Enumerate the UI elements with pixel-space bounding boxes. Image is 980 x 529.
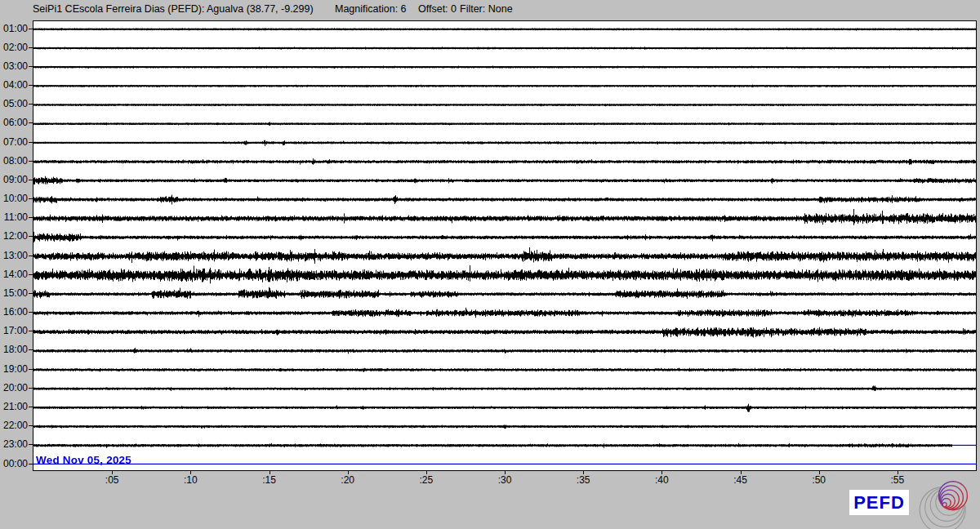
station-location: Agualva (38.77, -9.299) <box>207 3 314 15</box>
minute-label: :45 <box>728 475 753 485</box>
hour-label: 18:00 <box>0 345 28 354</box>
hour-label: 21:00 <box>0 402 28 411</box>
hour-label: 22:00 <box>0 420 28 430</box>
hour-label: 12:00 <box>0 231 28 241</box>
minute-label: :50 <box>807 475 831 485</box>
hour-label: 07:00 <box>0 137 28 147</box>
hour-label: 11:00 <box>0 212 28 222</box>
minute-label: :55 <box>885 475 910 485</box>
spiral-seismo-logo-icon <box>916 481 975 529</box>
minute-label: :15 <box>257 475 282 485</box>
hour-label: 03:00 <box>0 61 28 71</box>
hour-label: 19:00 <box>0 364 28 374</box>
station-code-text: PEFD <box>853 492 905 513</box>
filter-value: Filter: None <box>460 3 513 15</box>
hour-label: 00:00 <box>0 459 28 469</box>
hour-label: 13:00 <box>0 251 28 260</box>
minute-label: :05 <box>100 475 124 485</box>
magnification-value: Magnification: 6 <box>335 3 407 15</box>
helicorder-app: { "header": { "title": "SeiPi1 CEscola F… <box>0 0 980 529</box>
date-label: Wed Nov 05, 2025 <box>36 454 131 466</box>
station-code-badge: PEFD <box>849 490 909 515</box>
logo-ring <box>942 503 947 507</box>
minute-label: :35 <box>571 475 595 485</box>
hour-label: 15:00 <box>0 288 28 298</box>
helicorder-plot[interactable] <box>33 20 977 471</box>
hour-label: 17:00 <box>0 326 28 336</box>
hour-label: 20:00 <box>0 383 28 393</box>
minute-label: :30 <box>492 475 517 485</box>
offset-value: Offset: 0 <box>418 3 457 15</box>
hour-label: 02:00 <box>0 42 28 52</box>
hour-label: 14:00 <box>0 269 28 279</box>
minute-label: :10 <box>178 475 203 485</box>
helicorder-canvas[interactable] <box>33 21 976 470</box>
minute-label: :40 <box>649 475 674 485</box>
window-title: SeiPi1 CEscola Ferreira Dias (PEFD): <box>33 3 204 15</box>
hour-label: 01:00 <box>0 24 28 33</box>
hour-label: 04:00 <box>0 80 28 90</box>
hour-label: 05:00 <box>0 99 28 109</box>
hour-label: 23:00 <box>0 439 28 449</box>
minute-label: :20 <box>336 475 360 485</box>
hour-label: 06:00 <box>0 118 28 127</box>
hour-label: 16:00 <box>0 307 28 317</box>
hour-label: 08:00 <box>0 156 28 166</box>
minute-label: :25 <box>414 475 439 485</box>
hour-label: 09:00 <box>0 175 28 184</box>
hour-label: 10:00 <box>0 193 28 203</box>
